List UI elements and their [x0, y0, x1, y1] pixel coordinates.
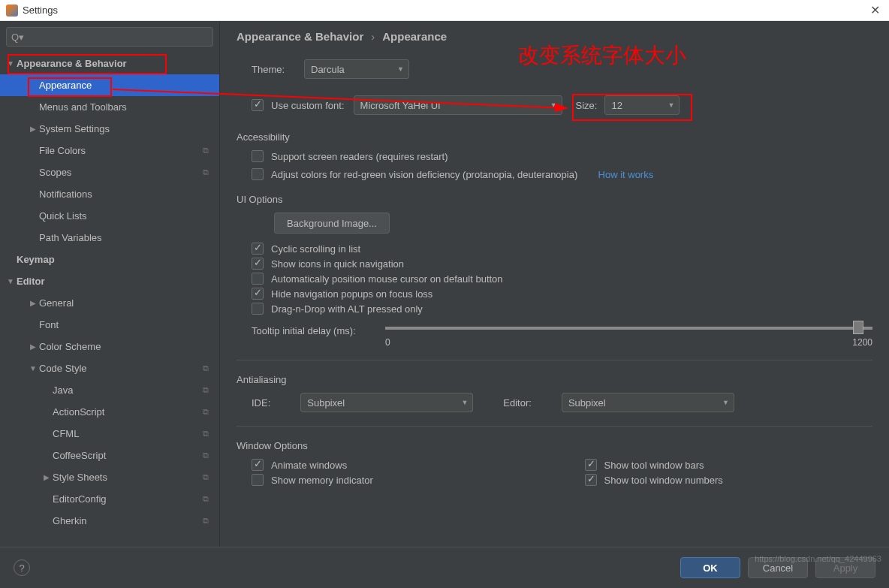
tree-editorconfig[interactable]: EditorConfig⧉	[0, 488, 219, 510]
accessibility-title: Accessibility	[237, 131, 872, 143]
tooltip-delay-slider[interactable]: 0 1200	[385, 322, 872, 346]
search-box[interactable]: Q▾	[6, 27, 213, 47]
tree-code-style[interactable]: ▼Code Style⧉	[0, 357, 219, 379]
tree-quick-lists[interactable]: Quick Lists	[0, 205, 219, 227]
tooltip-delay-label: Tooltip initial delay (ms):	[252, 322, 372, 336]
tool-window-numbers-checkbox[interactable]	[585, 474, 597, 486]
tree-font[interactable]: Font	[0, 314, 219, 336]
tree-general[interactable]: ▶General	[0, 292, 219, 314]
antialiasing-title: Antialiasing	[237, 374, 872, 385]
use-custom-font-label: Use custom font:	[271, 100, 345, 111]
cancel-button[interactable]: Cancel	[748, 557, 808, 578]
chevron-down-icon: ▼	[461, 399, 468, 406]
aa-ide-combo[interactable]: Subpixel ▼	[300, 393, 473, 412]
tree-label: File Colors	[39, 145, 203, 156]
tree-path-variables[interactable]: Path Variables	[0, 227, 219, 249]
dnd-alt-label: Drag-n-Drop with ALT pressed only	[271, 303, 423, 315]
tree-actionscript[interactable]: ActionScript⧉	[0, 401, 219, 423]
background-image-button[interactable]: Background Image...	[274, 213, 390, 234]
tree-system-settings[interactable]: ▶System Settings	[0, 118, 219, 140]
tree-label: Style Sheets	[53, 472, 203, 483]
font-size-combo[interactable]: 12 ▼	[604, 95, 680, 115]
separator	[237, 426, 872, 427]
copy-icon: ⧉	[203, 472, 213, 483]
tree-label: System Settings	[39, 123, 213, 134]
tree-label: Appearance	[39, 80, 213, 91]
tree-label: Keymap	[17, 254, 213, 265]
auto-cursor-checkbox[interactable]	[252, 273, 264, 285]
aa-editor-combo[interactable]: Subpixel ▼	[562, 393, 734, 412]
tree-label: ActionScript	[53, 406, 203, 418]
settings-sidebar: Q▾ ▼Appearance & Behavior Appearance Men…	[0, 21, 220, 547]
tree-gherkin[interactable]: Gherkin⧉	[0, 510, 219, 532]
tool-window-bars-checkbox[interactable]	[585, 459, 597, 471]
tree-keymap[interactable]: Keymap	[0, 249, 219, 270]
tree-file-colors[interactable]: File Colors⧉	[0, 140, 219, 161]
copy-icon: ⧉	[203, 494, 213, 505]
help-button[interactable]: ?	[14, 559, 30, 576]
window-titlebar: Settings ✕	[0, 0, 889, 21]
how-it-works-link[interactable]: How it works	[598, 169, 654, 180]
hide-nav-checkbox[interactable]	[252, 288, 264, 300]
dnd-alt-checkbox[interactable]	[252, 303, 264, 315]
breadcrumb: Appearance & Behavior › Appearance	[237, 30, 872, 43]
color-deficiency-checkbox[interactable]	[252, 168, 264, 180]
tree-coffeescript[interactable]: CoffeeScript⧉	[0, 445, 219, 466]
copy-icon: ⧉	[203, 451, 213, 461]
search-icon: Q▾	[11, 32, 24, 43]
close-icon[interactable]: ✕	[867, 3, 883, 17]
search-wrap: Q▾	[0, 21, 219, 53]
tree-label: Editor	[17, 276, 213, 287]
ok-button[interactable]: OK	[680, 557, 740, 578]
window-options-title: Window Options	[237, 440, 872, 451]
tree-label: General	[39, 297, 213, 309]
chevron-down-icon: ▼	[722, 399, 729, 406]
tree-scopes[interactable]: Scopes⧉	[0, 161, 219, 183]
tree-editor[interactable]: ▼Editor	[0, 270, 219, 292]
show-icons-checkbox[interactable]	[252, 258, 264, 270]
cyclic-scroll-label: Cyclic scrolling in list	[271, 243, 360, 255]
tree-cfml[interactable]: CFML⧉	[0, 423, 219, 445]
use-custom-font-checkbox[interactable]	[252, 99, 264, 111]
tree-label: CoffeeScript	[53, 450, 203, 461]
chevron-down-icon: ▼	[668, 101, 675, 109]
copy-icon: ⧉	[203, 429, 213, 439]
slider-max: 1200	[852, 337, 872, 348]
memory-indicator-label: Show memory indicator	[271, 475, 373, 486]
screen-readers-checkbox[interactable]	[252, 150, 264, 162]
copy-icon: ⧉	[203, 385, 213, 396]
apply-button[interactable]: Apply	[815, 557, 875, 578]
copy-icon: ⧉	[203, 363, 213, 374]
breadcrumb-sep: ›	[371, 30, 375, 43]
font-family-combo[interactable]: Microsoft YaHei UI ▼	[354, 95, 562, 115]
tree-java[interactable]: Java⧉	[0, 379, 219, 401]
theme-value: Darcula	[311, 64, 345, 75]
tree-appearance-behavior[interactable]: ▼Appearance & Behavior	[0, 53, 219, 74]
theme-combo[interactable]: Darcula ▼	[304, 59, 409, 79]
font-size-value: 12	[611, 100, 622, 111]
app-icon	[6, 5, 18, 17]
tool-window-numbers-label: Show tool window numbers	[604, 475, 723, 486]
main-area: Q▾ ▼Appearance & Behavior Appearance Men…	[0, 21, 889, 547]
search-input[interactable]	[27, 32, 208, 43]
slider-thumb[interactable]	[853, 321, 863, 334]
cyclic-scroll-checkbox[interactable]	[252, 243, 264, 255]
aa-ide-label: IDE:	[252, 397, 270, 409]
window-title: Settings	[23, 5, 58, 16]
font-size-label: Size:	[576, 100, 598, 111]
tree-style-sheets[interactable]: ▶Style Sheets⧉	[0, 466, 219, 488]
memory-indicator-checkbox[interactable]	[252, 474, 264, 486]
animate-windows-label: Animate windows	[271, 460, 347, 471]
slider-min: 0	[385, 337, 390, 348]
chevron-down-icon: ▼	[5, 277, 17, 285]
auto-cursor-label: Automatically position mouse cursor on d…	[271, 273, 503, 285]
tree-notifications[interactable]: Notifications	[0, 183, 219, 205]
tree-appearance[interactable]: Appearance	[0, 74, 219, 96]
tree-color-scheme[interactable]: ▶Color Scheme	[0, 336, 219, 357]
tree-menus-toolbars[interactable]: Menus and Toolbars	[0, 96, 219, 118]
animate-windows-checkbox[interactable]	[252, 459, 264, 471]
settings-tree[interactable]: ▼Appearance & Behavior Appearance Menus …	[0, 53, 219, 547]
copy-icon: ⧉	[203, 146, 213, 156]
copy-icon: ⧉	[203, 167, 213, 178]
tree-label: Font	[39, 319, 213, 330]
